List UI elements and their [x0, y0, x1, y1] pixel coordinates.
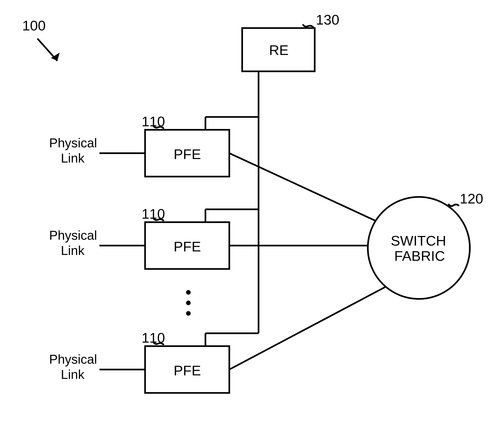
re-label: RE — [269, 42, 288, 58]
diagram-ref-arrowhead — [51, 53, 60, 61]
pfe2-physlink-label-line2: Link — [61, 243, 84, 258]
pfe2-physlink-label-line1: Physical — [49, 228, 97, 243]
pfe3-physlink-label-line1: Physical — [49, 352, 97, 366]
switch-fabric-ref-number: 120 — [460, 191, 483, 206]
switch-fabric-label-line2: FABRIC — [394, 248, 445, 264]
pfe1-to-switch-line — [229, 153, 378, 222]
pfe1-physlink-label-line2: Link — [61, 151, 84, 165]
ellipsis-dot-2 — [186, 301, 191, 305]
pfe3-physlink-label-line2: Link — [61, 367, 84, 382]
pfe3-to-switch-line — [229, 285, 388, 370]
switch-fabric-label-line1: SWITCH — [391, 233, 446, 249]
pfe1-physlink-label-line1: Physical — [49, 136, 97, 150]
pfe1-label: PFE — [174, 146, 201, 162]
re-ref-number: 130 — [316, 12, 339, 28]
diagram-reference-number: 100 — [22, 18, 46, 33]
switch-fabric-ref-squiggle — [448, 204, 459, 206]
pfe3-label: PFE — [174, 363, 201, 379]
ellipsis-dot-1 — [186, 290, 191, 295]
ellipsis-dot-3 — [186, 311, 191, 316]
re-ref-squiggle — [303, 24, 313, 28]
pfe2-label: PFE — [174, 239, 201, 255]
